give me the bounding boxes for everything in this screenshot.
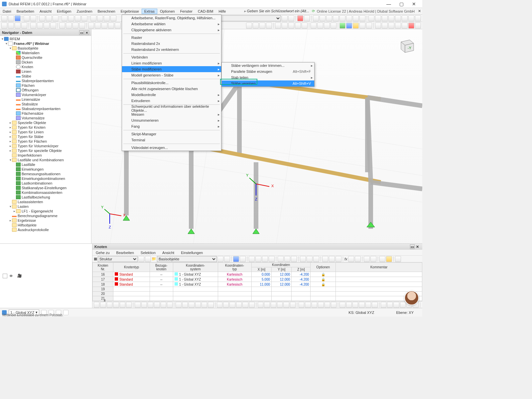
bt7[interactable] (278, 256, 284, 262)
tree-item[interactable]: Stabrepräsentanten (0, 78, 91, 83)
et10[interactable] (66, 23, 72, 29)
bm-bearbeiten[interactable]: Bearbeiten (113, 250, 137, 255)
snap-tool[interactable] (249, 302, 255, 308)
tree-item[interactable]: ▸Typen für Knoten (0, 125, 91, 130)
menu-item[interactable]: Terminal (122, 137, 221, 143)
rt8[interactable] (295, 23, 301, 29)
rt2[interactable] (253, 23, 259, 29)
bottom-close[interactable]: ✕ (415, 245, 420, 249)
rt3[interactable] (259, 23, 265, 29)
snap-tool[interactable] (201, 302, 207, 308)
data-grid[interactable]: KnotenNr.KnotentypBezugs-knotenKoordinat… (92, 262, 422, 301)
menu-item[interactable]: Rasterabstand 2x verkleinern (122, 47, 221, 53)
tree-item[interactable]: ▾Basisobjekte (0, 46, 91, 51)
bt17[interactable] (355, 256, 361, 262)
tool-undo[interactable] (24, 15, 30, 21)
snap-tool[interactable] (346, 302, 352, 308)
bt13[interactable] (322, 256, 328, 262)
tool-v1[interactable] (313, 15, 319, 21)
tool-v2[interactable] (320, 15, 326, 21)
rt25[interactable] (415, 23, 421, 29)
snap-tool[interactable] (318, 302, 324, 308)
rt24[interactable] (408, 23, 414, 29)
rt15[interactable] (346, 23, 352, 29)
menu-item[interactable]: Rasterabstand 2x (122, 41, 221, 47)
tool-view3[interactable] (382, 15, 388, 21)
rt9[interactable] (302, 23, 308, 29)
tree-item[interactable]: Ausdruckprotokolle (0, 227, 91, 232)
bt8[interactable] (284, 256, 290, 262)
tree-item[interactable]: ▸Typen für Volumenkörper (0, 144, 91, 148)
tool-redo[interactable] (30, 15, 36, 21)
et4[interactable] (21, 23, 27, 29)
tree-item[interactable]: Lastkombinationen (0, 181, 91, 186)
tool-copy[interactable] (46, 15, 52, 21)
snap-tool[interactable] (372, 302, 377, 308)
struktur-combo[interactable]: Struktur (98, 256, 138, 262)
menu-ergebnisse[interactable]: Ergebnisse (118, 9, 142, 14)
rt1[interactable] (246, 23, 252, 29)
snap-tool[interactable] (154, 302, 160, 308)
tree-item[interactable]: Flächensätze (0, 111, 91, 116)
maximize-button[interactable]: ▢ (395, 0, 408, 8)
snap-tool[interactable] (208, 302, 213, 308)
tree-item[interactable]: ▾Lastfälle und Kombinationen (0, 158, 91, 162)
snap-tool[interactable] (107, 302, 112, 308)
tree-item[interactable]: Materialien (0, 51, 91, 55)
et11[interactable] (72, 23, 78, 29)
et7[interactable] (44, 23, 50, 29)
snap-tool[interactable] (141, 302, 147, 308)
snap-tool[interactable] (331, 302, 336, 308)
rt13[interactable] (331, 23, 336, 29)
tool-v6[interactable] (346, 15, 352, 21)
tree-item[interactable]: ▸Spezielle Objekte (0, 120, 91, 125)
bm-gehezu[interactable]: Gehe zu (92, 250, 113, 255)
close-button[interactable]: ✕ (408, 0, 420, 8)
tree-item[interactable]: Berechnungsdiagramme (0, 213, 91, 218)
menu-item[interactable]: Messen▸ (122, 111, 221, 117)
menu-hilfe[interactable]: Hilfe (216, 9, 228, 14)
tool-paste[interactable] (53, 15, 59, 21)
snap-tool[interactable] (113, 302, 119, 308)
snap-tool[interactable] (290, 302, 296, 308)
et13[interactable] (88, 23, 94, 29)
menu-item[interactable]: Modell generieren - Stäbe▸ (122, 72, 221, 78)
submenu-item[interactable]: Stab teilen▸ (222, 74, 314, 80)
menu-zuordnen[interactable]: Zuordnen (74, 9, 95, 14)
snap-tool[interactable] (277, 302, 283, 308)
snap-tool[interactable] (299, 302, 304, 308)
menu-item[interactable]: Alle nicht zugewiesenen Objekte löschen (122, 86, 221, 92)
bt16[interactable] (348, 256, 354, 262)
keyword-search[interactable]: ▸ Geben Sie ein Schlüsselwort ein (Alt..… (244, 9, 312, 13)
snap-tool[interactable] (189, 302, 194, 308)
menu-optionen[interactable]: Optionen (157, 9, 178, 14)
menu-item[interactable]: Videodatei erzeugen... (122, 145, 221, 151)
et3[interactable] (15, 23, 21, 29)
tool-panel[interactable] (97, 15, 103, 21)
rt17[interactable] (359, 23, 365, 29)
camera-icon[interactable]: 🎥 (17, 274, 23, 278)
view-cube[interactable]: -Y (397, 36, 416, 55)
rt12[interactable] (324, 23, 330, 29)
bt12[interactable] (313, 256, 319, 262)
snap-tool[interactable] (359, 302, 364, 308)
doc-close-icon[interactable]: ✕ (417, 9, 422, 13)
tree-item[interactable]: Knoten (0, 65, 91, 69)
tool-v5[interactable] (339, 15, 345, 21)
snap-tool[interactable] (229, 302, 235, 308)
rt6[interactable] (282, 23, 288, 29)
snap-tool[interactable] (264, 302, 270, 308)
snap-tool[interactable] (325, 302, 330, 308)
bottom-pin[interactable]: ▭ (410, 244, 415, 249)
tree-item[interactable]: ▸LF1 - Eigengewicht (0, 209, 91, 213)
tree-item[interactable]: Flächen (0, 83, 91, 88)
menu-item[interactable]: Arbeitsebene wählen▸ (122, 21, 221, 27)
et14[interactable] (95, 23, 101, 29)
tool-view1[interactable] (368, 15, 374, 21)
bt-next[interactable] (145, 256, 151, 262)
rt21[interactable] (388, 23, 394, 29)
tree-item[interactable]: Linien (0, 69, 91, 74)
bt1[interactable] (233, 256, 239, 262)
snap-tool[interactable] (283, 302, 289, 308)
tree-item[interactable]: Hilfsobjekte (0, 223, 91, 227)
